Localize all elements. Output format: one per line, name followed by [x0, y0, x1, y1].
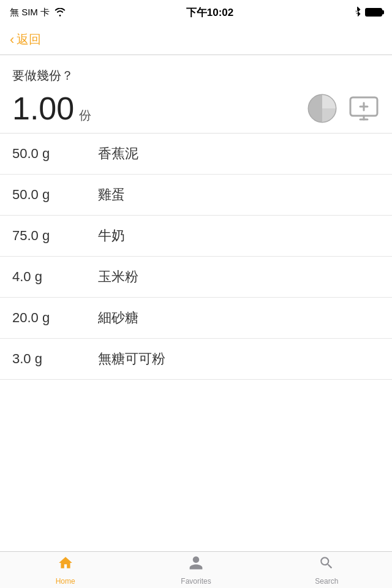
servings-section: 要做幾份？ 1.00 份: [0, 55, 392, 133]
ingredient-amount: 3.0 g: [12, 351, 98, 367]
ingredient-amount: 75.0 g: [12, 228, 98, 244]
add-to-monitor-icon[interactable]: [348, 92, 380, 124]
ingredient-amount: 50.0 g: [12, 146, 98, 162]
ingredient-name: 細砂糖: [98, 309, 138, 327]
servings-number[interactable]: 1.00: [12, 90, 74, 127]
main-content: 要做幾份？ 1.00 份: [0, 55, 392, 551]
search-icon: [318, 555, 334, 575]
ingredient-item: 20.0 g細砂糖: [0, 298, 392, 339]
ingredient-name: 雞蛋: [98, 186, 125, 204]
back-button[interactable]: ‹ 返回: [10, 31, 41, 48]
ingredient-amount: 20.0 g: [12, 310, 98, 326]
tab-bar: Home Favorites Search: [0, 551, 392, 588]
ingredient-name: 玉米粉: [98, 268, 138, 286]
home-icon: [58, 555, 74, 575]
ingredient-item: 50.0 g雞蛋: [0, 175, 392, 216]
battery-icon: [365, 8, 382, 17]
status-time: 下午10:02: [186, 6, 233, 20]
servings-question: 要做幾份？: [12, 67, 380, 84]
servings-unit: 份: [79, 107, 91, 124]
back-label: 返回: [17, 31, 41, 48]
tab-home-label: Home: [56, 577, 75, 586]
ingredient-name: 無糖可可粉: [98, 350, 165, 368]
back-chevron-icon: ‹: [10, 33, 14, 47]
ingredient-item: 75.0 g牛奶: [0, 216, 392, 257]
servings-row: 1.00 份: [12, 90, 380, 127]
ingredient-name: 牛奶: [98, 227, 125, 245]
tab-favorites-label: Favorites: [181, 577, 211, 586]
status-right: [354, 7, 382, 18]
nav-bar: ‹ 返回: [0, 24, 392, 55]
nutrition-chart-icon[interactable]: [306, 92, 338, 124]
ingredient-item: 4.0 g玉米粉: [0, 257, 392, 298]
favorites-icon: [188, 555, 204, 575]
ingredient-item: 50.0 g香蕉泥: [0, 134, 392, 175]
tab-search[interactable]: Search: [262, 552, 392, 588]
ingredient-name: 香蕉泥: [98, 145, 138, 163]
bluetooth-icon: [354, 7, 361, 18]
tab-home[interactable]: Home: [0, 552, 130, 588]
ingredient-list: 50.0 g香蕉泥50.0 g雞蛋75.0 g牛奶4.0 g玉米粉20.0 g細…: [0, 134, 392, 380]
wifi-icon: [55, 8, 66, 17]
servings-left: 1.00 份: [12, 90, 91, 127]
ingredient-amount: 50.0 g: [12, 187, 98, 203]
tab-favorites[interactable]: Favorites: [130, 552, 261, 588]
tab-search-label: Search: [315, 577, 338, 586]
ingredient-item: 3.0 g無糖可可粉: [0, 339, 392, 380]
carrier-label: 無 SIM 卡: [10, 7, 50, 18]
status-left: 無 SIM 卡: [10, 7, 66, 18]
status-bar: 無 SIM 卡 下午10:02: [0, 0, 392, 24]
servings-icons: [306, 92, 380, 124]
ingredient-amount: 4.0 g: [12, 269, 98, 285]
